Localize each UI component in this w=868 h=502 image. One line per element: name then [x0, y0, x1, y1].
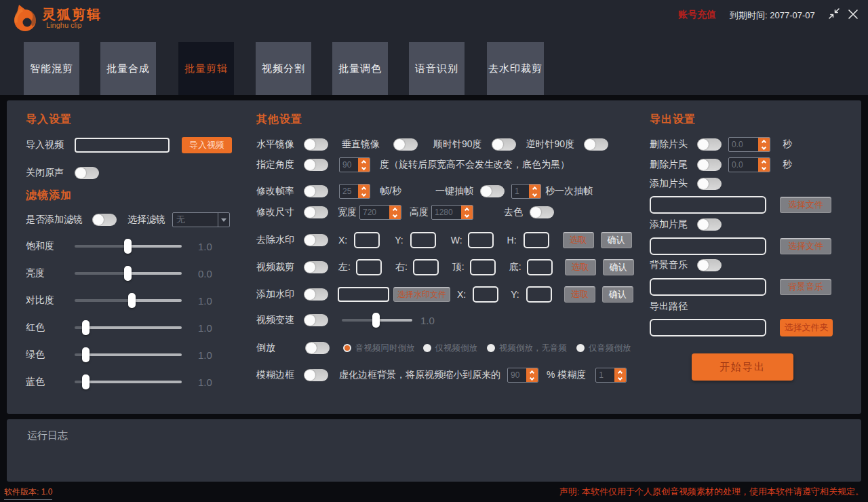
minimize-collapse-icon[interactable] — [828, 7, 840, 22]
slider-handle[interactable] — [128, 293, 136, 308]
blur-toggle[interactable] — [304, 369, 328, 381]
spinner-down-icon[interactable] — [530, 375, 534, 380]
delete-tail-spinner[interactable]: 0.0 — [728, 157, 770, 172]
choose-head-file-button[interactable]: 选择文件 — [780, 197, 831, 213]
add-filter-toggle[interactable] — [92, 214, 117, 226]
account-recharge-link[interactable]: 账号充值 — [678, 9, 716, 21]
spinner-buttons[interactable] — [614, 368, 626, 382]
rotate-ccw-toggle[interactable] — [584, 138, 608, 151]
tab-speech-recog[interactable]: 语音识别 — [409, 42, 465, 95]
start-export-button[interactable]: 开始导出 — [692, 353, 793, 381]
radio-video-reverse-no-audio[interactable] — [487, 344, 495, 352]
slider-handle[interactable] — [124, 266, 132, 281]
delete-head-spinner[interactable]: 0.0 — [728, 137, 770, 152]
crop-left-input[interactable] — [356, 259, 382, 275]
mirror-v-toggle[interactable] — [393, 138, 418, 151]
framerate-toggle[interactable] — [304, 185, 328, 197]
import-video-button[interactable]: 导入视频 — [182, 137, 232, 153]
decolor-toggle[interactable] — [530, 206, 554, 218]
export-path-input[interactable] — [650, 319, 766, 336]
contrast-slider[interactable] — [75, 299, 182, 302]
slider-handle[interactable] — [82, 374, 90, 389]
add-wm-y-input[interactable] — [526, 286, 552, 303]
tab-smart-mix[interactable]: 智能混剪 — [24, 42, 79, 95]
radio-av-reverse[interactable] — [343, 344, 351, 352]
angle-toggle[interactable] — [304, 159, 328, 171]
spinner-down-icon[interactable] — [532, 191, 537, 196]
filter-select-dropdown[interactable]: 无 — [172, 212, 230, 227]
reverse-toggle[interactable] — [305, 342, 330, 354]
width-spinner[interactable]: 720 — [359, 205, 401, 220]
crop-right-input[interactable] — [413, 259, 439, 275]
delete-tail-toggle[interactable] — [697, 159, 722, 171]
spinner-up-icon[interactable] — [618, 370, 623, 374]
tab-video-split[interactable]: 视频分割 — [256, 42, 311, 95]
framerate-spinner[interactable]: 25 — [339, 184, 370, 199]
remove-wm-confirm-button[interactable]: 确认 — [601, 232, 632, 248]
remove-wm-toggle[interactable] — [304, 234, 328, 246]
extract-toggle[interactable] — [480, 185, 505, 197]
angle-spinner[interactable]: 90 — [339, 157, 370, 172]
spinner-down-icon[interactable] — [361, 191, 366, 196]
add-wm-confirm-button[interactable]: 确认 — [602, 286, 633, 303]
crop-confirm-button[interactable]: 确认 — [603, 259, 634, 275]
slider-handle[interactable] — [82, 320, 90, 335]
dropdown-arrow-icon[interactable] — [218, 213, 229, 227]
spinner-buttons[interactable] — [389, 206, 401, 219]
wm-y-input[interactable] — [410, 232, 436, 248]
spinner-down-icon[interactable] — [465, 212, 469, 217]
slider-handle[interactable] — [124, 239, 132, 254]
tab-batch-compose[interactable]: 批量合成 — [100, 42, 156, 95]
crop-toggle[interactable] — [304, 261, 328, 273]
add-tail-toggle[interactable] — [697, 218, 722, 231]
spinner-up-icon[interactable] — [361, 159, 366, 164]
spinner-up-icon[interactable] — [393, 207, 397, 212]
spinner-buttons[interactable] — [529, 185, 540, 198]
head-file-input[interactable] — [650, 196, 766, 214]
crop-pick-button[interactable]: 选取 — [565, 259, 596, 275]
tab-batch-edit[interactable]: 批量剪辑 — [178, 42, 234, 95]
wm-x-input[interactable] — [354, 232, 380, 248]
red-slider[interactable] — [75, 326, 182, 329]
spinner-down-icon[interactable] — [393, 212, 397, 217]
tab-batch-color[interactable]: 批量调色 — [332, 42, 388, 95]
radio-video-only-reverse[interactable] — [423, 344, 431, 352]
height-spinner[interactable]: 1280 — [431, 205, 473, 220]
spinner-buttons[interactable] — [758, 158, 770, 172]
tail-file-input[interactable] — [650, 237, 766, 255]
speed-toggle[interactable] — [304, 314, 328, 326]
spinner-buttons[interactable] — [358, 185, 370, 198]
add-head-toggle[interactable] — [697, 178, 722, 190]
add-wm-file-input[interactable] — [338, 287, 389, 302]
remove-wm-pick-button[interactable]: 选取 — [563, 232, 594, 248]
spinner-buttons[interactable] — [758, 138, 770, 151]
choose-tail-file-button[interactable]: 选择文件 — [780, 238, 831, 254]
spinner-up-icon[interactable] — [532, 186, 537, 191]
spinner-up-icon[interactable] — [361, 186, 366, 191]
brightness-slider[interactable] — [75, 272, 182, 275]
crop-bottom-input[interactable] — [527, 259, 553, 275]
slider-handle[interactable] — [82, 347, 90, 362]
bgm-file-input[interactable] — [650, 278, 766, 296]
spinner-up-icon[interactable] — [465, 207, 469, 212]
speed-slider[interactable] — [342, 319, 412, 322]
add-wm-toggle[interactable] — [304, 288, 328, 301]
choose-folder-button[interactable]: 选择文件夹 — [780, 319, 833, 336]
spinner-buttons[interactable] — [461, 206, 473, 219]
saturation-slider[interactable] — [75, 245, 182, 248]
mute-original-toggle[interactable] — [75, 167, 99, 179]
spinner-up-icon[interactable] — [762, 139, 766, 144]
slider-handle[interactable] — [372, 313, 380, 328]
crop-top-input[interactable] — [470, 259, 496, 275]
spinner-buttons[interactable] — [358, 158, 370, 172]
radio-audio-only-reverse[interactable] — [576, 344, 585, 352]
extract-spinner[interactable]: 1 — [511, 184, 541, 199]
close-icon[interactable] — [846, 7, 860, 24]
import-video-input[interactable] — [75, 138, 170, 153]
resize-toggle[interactable] — [304, 206, 328, 218]
spinner-down-icon[interactable] — [618, 375, 623, 380]
spinner-down-icon[interactable] — [762, 144, 766, 149]
green-slider[interactable] — [75, 353, 182, 356]
spinner-down-icon[interactable] — [361, 165, 366, 170]
add-wm-x-input[interactable] — [473, 286, 498, 303]
